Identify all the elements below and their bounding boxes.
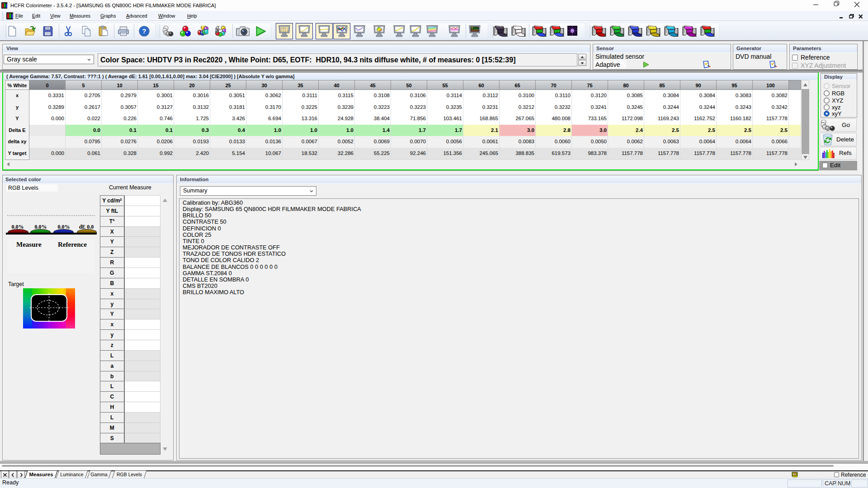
svg-text:RGB Levels: RGB Levels: [117, 472, 142, 477]
svg-text:Gamma: Gamma: [90, 472, 108, 477]
svg-text:?: ?: [142, 27, 146, 35]
svg-text:Luminance: Luminance: [60, 472, 84, 477]
svg-text:Measures: Measures: [29, 472, 53, 477]
